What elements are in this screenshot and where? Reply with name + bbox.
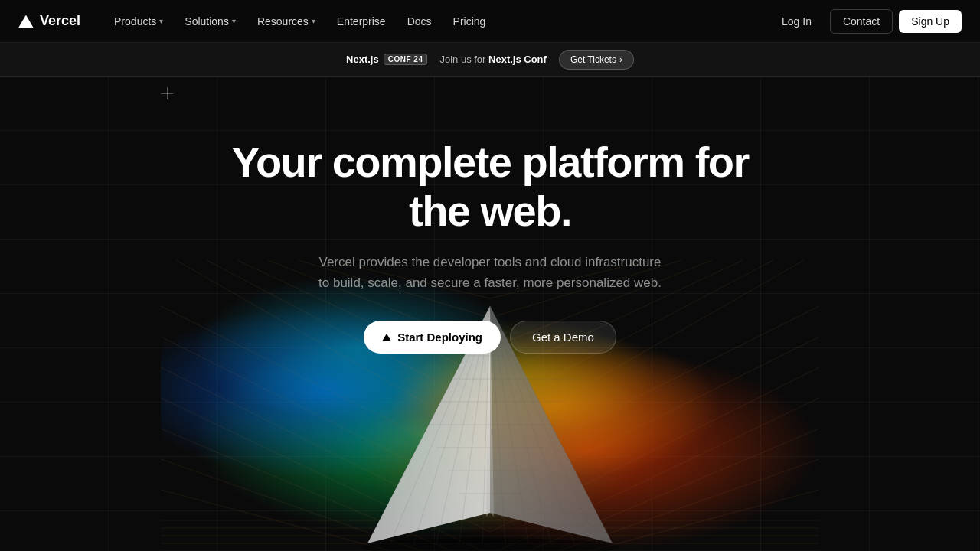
corner-cross-icon: [161, 87, 173, 99]
nav-item-resources[interactable]: Resources ▾: [248, 11, 325, 32]
nav-items: Products ▾ Solutions ▾ Resources ▾ Enter…: [105, 11, 495, 32]
nav-item-products[interactable]: Products ▾: [105, 11, 172, 32]
hero-title: Your complete platform for the web.: [222, 138, 758, 236]
conf-badge: CONF 24: [384, 54, 428, 65]
get-demo-button[interactable]: Get a Demo: [510, 321, 616, 354]
logo-text: Vercel: [40, 13, 80, 29]
announcement-text: Join us for Next.js Conf: [439, 54, 546, 65]
announcement-banner: Next.js CONF 24 Join us for Next.js Conf…: [0, 43, 980, 77]
chevron-down-icon: ▾: [312, 17, 315, 25]
vercel-logo-icon: [18, 14, 34, 29]
login-button[interactable]: Log In: [769, 10, 824, 33]
chevron-down-icon: ▾: [232, 17, 236, 25]
nav-item-solutions[interactable]: Solutions ▾: [175, 11, 245, 32]
nav-item-enterprise[interactable]: Enterprise: [328, 11, 395, 32]
navbar: Vercel Products ▾ Solutions ▾ Resources …: [0, 0, 980, 43]
hero-subtitle: Vercel provides the developer tools and …: [306, 252, 674, 293]
deploy-triangle-icon: [382, 334, 391, 341]
signup-button[interactable]: Sign Up: [899, 10, 962, 33]
nav-item-pricing[interactable]: Pricing: [444, 11, 495, 32]
hero-section: Your complete platform for the web. Verc…: [222, 77, 758, 399]
nextjs-logo: Next.js CONF 24: [346, 54, 427, 65]
contact-button[interactable]: Contact: [830, 9, 893, 34]
start-deploying-button[interactable]: Start Deploying: [364, 321, 501, 354]
get-tickets-button[interactable]: Get Tickets ›: [559, 50, 634, 70]
nav-left: Vercel Products ▾ Solutions ▾ Resources …: [18, 11, 495, 32]
nav-right: Log In Contact Sign Up: [769, 9, 962, 34]
cta-group: Start Deploying Get a Demo: [222, 321, 758, 354]
main-content: Your complete platform for the web. Verc…: [0, 77, 980, 551]
logo-link[interactable]: Vercel: [18, 13, 80, 29]
nav-item-docs[interactable]: Docs: [398, 11, 441, 32]
arrow-icon: ›: [619, 54, 622, 65]
chevron-down-icon: ▾: [159, 17, 163, 25]
